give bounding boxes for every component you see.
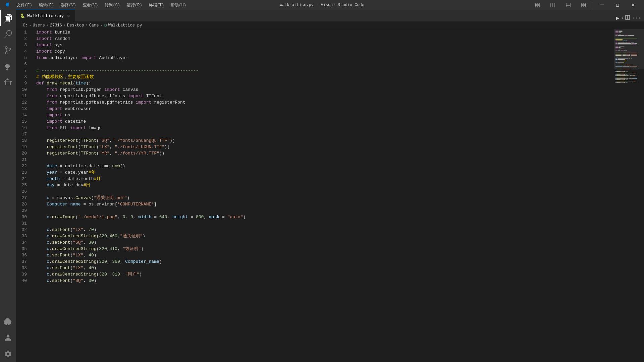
svg-rect-1	[538, 3, 539, 5]
editor-scroll-area[interactable]: 1234567891011121314151617181920212223242…	[16, 29, 644, 362]
line-number-29: 29	[16, 207, 30, 214]
run-button[interactable]: ▶	[616, 15, 620, 21]
code-line-7: # --------------------------------------…	[36, 67, 614, 74]
line-number-31: 31	[16, 220, 30, 227]
code-line-39: c.drawCentredString(320, 310, "用户")	[36, 271, 614, 278]
line-number-32: 32	[16, 227, 30, 233]
activity-run-debug[interactable]	[0, 58, 16, 74]
split-editor-button[interactable]	[625, 15, 630, 21]
menu-item-e[interactable]: 编辑(E)	[36, 1, 58, 9]
code-line-32: c.setFont("LX", 70)	[36, 227, 614, 233]
more-actions-button[interactable]: ···	[632, 15, 641, 21]
tab-close-button[interactable]: ✕	[66, 13, 71, 18]
customize-button[interactable]	[576, 0, 591, 10]
window-title: WalkLattice.py - Visual Studio Code	[280, 3, 364, 7]
line-number-1: 1	[16, 29, 30, 36]
line-number-13: 13	[16, 106, 30, 112]
minimap[interactable]	[614, 29, 644, 362]
line-number-34: 34	[16, 239, 30, 246]
line-number-11: 11	[16, 93, 30, 99]
close-button[interactable]: ✕	[625, 0, 641, 10]
line-number-24: 24	[16, 176, 30, 182]
activity-remote[interactable]	[0, 314, 16, 330]
line-number-27: 27	[16, 195, 30, 201]
svg-rect-10	[582, 5, 583, 7]
panel-button[interactable]	[560, 0, 576, 10]
run-dropdown-button[interactable]: ▾	[621, 16, 623, 20]
line-number-35: 35	[16, 246, 30, 252]
breadcrumb-desktop[interactable]: Desktop	[67, 23, 84, 28]
code-line-11: from reportlab.pdfbase.ttfonts import TT…	[36, 93, 614, 99]
code-line-20: registerFont(TTFont("YR", "./fonts/YYR.T…	[36, 150, 614, 157]
breadcrumb-current-file[interactable]: ⬡ WalkLattice.py	[104, 23, 142, 28]
code-line-2: import random	[36, 36, 614, 42]
svg-rect-3	[538, 5, 539, 7]
breadcrumb-users[interactable]: Users	[33, 23, 45, 28]
activity-source-control[interactable]	[0, 42, 16, 58]
code-line-22: date = datetime.datetime.now()	[36, 163, 614, 169]
code-line-21	[36, 157, 614, 163]
menu-item-r[interactable]: 运行(R)	[123, 1, 146, 9]
code-area[interactable]: import turtleimport randomimport sysimpo…	[33, 29, 614, 362]
code-line-40: c.setFont("SQ", 30)	[36, 278, 614, 284]
activity-bar	[0, 10, 16, 362]
activity-extensions[interactable]	[0, 74, 16, 90]
svg-rect-11	[584, 5, 586, 7]
title-bar: 文件(F)编辑(E)选择(V)查看(V)转到(G)运行(R)终端(T)帮助(H)…	[0, 0, 644, 10]
breadcrumb-game[interactable]: Game	[89, 23, 99, 28]
minimize-button[interactable]: ─	[594, 0, 610, 10]
menu-item-h[interactable]: 帮助(H)	[167, 1, 190, 9]
svg-rect-2	[535, 5, 537, 7]
line-number-21: 21	[16, 157, 30, 163]
line-number-30: 30	[16, 214, 30, 220]
svg-rect-6	[566, 3, 570, 7]
code-line-35: c.drawCentredString(320,410, "兹证明")	[36, 246, 614, 252]
menu-item-v[interactable]: 选择(V)	[57, 1, 79, 9]
title-bar-left	[3, 2, 11, 8]
code-line-19: registerFont(TTFont("LX", "./fonts/LUXUN…	[36, 144, 614, 150]
menu-item-f[interactable]: 文件(F)	[13, 1, 36, 9]
code-line-31	[36, 220, 614, 227]
active-tab[interactable]: 🐍 WalkLattice.py ✕	[16, 10, 75, 21]
line-number-12: 12	[16, 99, 30, 106]
line-number-2: 2	[16, 36, 30, 42]
line-number-37: 37	[16, 258, 30, 265]
code-line-13: import webbrowser	[36, 106, 614, 112]
vscode-icon	[3, 2, 9, 8]
tab-bar: 🐍 WalkLattice.py ✕ ▶ ▾ ···	[16, 10, 644, 22]
code-line-1: import turtle	[36, 29, 614, 36]
restore-button[interactable]: ◻	[610, 0, 625, 10]
split-button[interactable]	[545, 0, 560, 10]
menu-item-g[interactable]: 转到(G)	[101, 1, 123, 9]
tab-filename: WalkLattice.py	[27, 13, 64, 18]
activity-accounts[interactable]	[0, 330, 16, 346]
code-line-16: from PIL import Image	[36, 125, 614, 131]
line-number-15: 15	[16, 118, 30, 125]
line-number-3: 3	[16, 42, 30, 48]
code-line-6	[36, 61, 614, 67]
line-number-4: 4	[16, 48, 30, 55]
menu-items: 文件(F)编辑(E)选择(V)查看(V)转到(G)运行(R)终端(T)帮助(H)	[13, 1, 190, 9]
activity-explorer[interactable]	[0, 10, 16, 26]
code-line-9: def draw_medal(time):	[36, 80, 614, 86]
layout-button[interactable]	[530, 0, 545, 10]
menu-item-t[interactable]: 终端(T)	[146, 1, 168, 9]
code-line-15: import datetime	[36, 118, 614, 125]
menu-item-v[interactable]: 查看(V)	[79, 1, 102, 9]
line-number-8: 8	[16, 74, 30, 80]
code-line-24: month = date.month#月	[36, 176, 614, 182]
activity-settings[interactable]	[0, 346, 16, 362]
minimap-canvas	[614, 29, 644, 362]
breadcrumb-27316[interactable]: 27316	[50, 23, 62, 28]
breadcrumb: C: › Users › 27316 › Desktop › Game › ⬡ …	[16, 22, 644, 29]
editor-main: 🐍 WalkLattice.py ✕ ▶ ▾ ··· C: ›	[16, 10, 644, 362]
line-number-40: 40	[16, 278, 30, 284]
code-line-18: registerFont(TTFont("SQ","./fonts/Shuang…	[36, 137, 614, 144]
activity-search[interactable]	[0, 26, 16, 42]
line-number-28: 28	[16, 201, 30, 207]
line-number-9: 9	[16, 80, 30, 86]
line-number-10: 10	[16, 86, 30, 93]
line-number-23: 23	[16, 169, 30, 176]
line-number-17: 17	[16, 131, 30, 137]
breadcrumb-c[interactable]: C:	[23, 23, 28, 28]
